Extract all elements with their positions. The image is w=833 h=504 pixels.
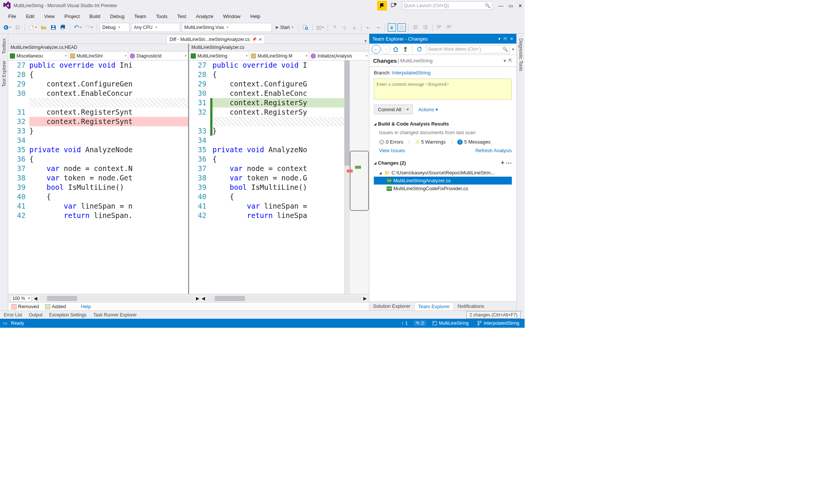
scroll-right-arrow[interactable]: ▶ — [196, 296, 199, 301]
step-into-button[interactable] — [331, 23, 339, 32]
minimize-button[interactable]: — — [498, 3, 503, 9]
solution-explorer-tab[interactable]: Solution Explorer — [369, 302, 414, 310]
menu-view[interactable]: View — [39, 12, 59, 20]
status-layout-icon[interactable]: ▭ — [3, 321, 7, 326]
status-branch[interactable]: InterpolatedString — [475, 321, 522, 326]
tab-overflow-icon[interactable]: ▾ — [362, 38, 369, 44]
status-repo[interactable]: MultiLineString — [430, 321, 471, 326]
new-project-button[interactable] — [27, 23, 38, 32]
scroll-left-arrow-2[interactable]: ◀ — [202, 296, 205, 301]
view-issues-link[interactable]: View Issues — [379, 148, 405, 153]
tree-folder[interactable]: ◢ 📁 C:\Users\kaseyu\Source\Repos\MultiLi… — [374, 169, 512, 177]
build-results-header[interactable]: Build & Code Analysis Results — [374, 119, 512, 129]
right-class-combo[interactable]: MultiLineString.M — [249, 51, 310, 60]
te-popout-icon[interactable]: ⇱ — [508, 58, 513, 64]
te-search-input[interactable]: Search Work Items (Ctrl+') 🔍 — [426, 45, 510, 53]
te-search-dropdown[interactable]: ▾ — [512, 47, 514, 51]
menu-window[interactable]: Window — [218, 12, 245, 20]
left-class-combo[interactable]: MultiLineStrir — [68, 51, 129, 60]
left-member-combo[interactable]: DiagnosticId — [128, 51, 188, 60]
overview-ruler[interactable] — [344, 61, 369, 294]
overview-viewport[interactable] — [350, 151, 369, 211]
layout-btn-1[interactable]: ⫼ — [388, 23, 396, 32]
document-tab[interactable]: Diff - MultiLineStri...ineStringAnalyzer… — [166, 35, 265, 44]
exception-settings-tab[interactable]: Exception Settings — [49, 312, 86, 318]
platform-combo[interactable]: Any CPU — [131, 23, 180, 32]
status-unpushed[interactable]: ↑ 1 — [399, 321, 410, 326]
pin-icon[interactable]: ⊓ — [504, 36, 507, 41]
menu-test[interactable]: Test — [173, 12, 191, 20]
close-button[interactable]: ✕ — [518, 3, 522, 9]
actions-link[interactable]: Actions ▾ — [418, 107, 438, 112]
notifications-tab[interactable]: Notifications — [454, 302, 488, 310]
left-code-lines[interactable]: public override void Ini{ context.Config… — [29, 61, 188, 294]
te-title-dropdown[interactable]: ▾ — [504, 58, 506, 64]
indent-less-button[interactable] — [411, 23, 420, 32]
close-tab-icon[interactable]: × — [259, 36, 262, 42]
lock-layout-button[interactable] — [398, 23, 406, 32]
menu-analyze[interactable]: Analyze — [191, 12, 218, 20]
left-project-combo[interactable]: Miscellaneou — [8, 51, 68, 60]
zoom-combo[interactable]: 100 % — [11, 295, 32, 302]
te-connect-button[interactable] — [401, 45, 410, 54]
open-file-button[interactable] — [39, 23, 48, 32]
save-button[interactable] — [49, 23, 58, 32]
add-icon[interactable]: + — [501, 159, 504, 166]
error-list-tab[interactable]: Error List — [4, 312, 22, 318]
menu-help[interactable]: Help — [246, 12, 265, 20]
step-out-button[interactable] — [350, 23, 358, 32]
test-explorer-tab[interactable]: Test Explorer — [1, 58, 8, 90]
nav-forward-button[interactable] — [14, 23, 22, 32]
team-explorer-tab[interactable]: Team Explorer — [414, 302, 454, 310]
undo-button[interactable] — [73, 23, 83, 32]
prev-button[interactable]: ← — [364, 23, 372, 32]
notification-flag-icon[interactable] — [377, 1, 387, 11]
te-back-button[interactable]: ← — [372, 45, 381, 54]
nav-back-button[interactable] — [2, 23, 12, 32]
te-home-button[interactable] — [391, 45, 400, 54]
right-member-combo[interactable]: Initialize(Analysis — [309, 51, 369, 60]
menu-build[interactable]: Build — [85, 12, 105, 20]
find-in-files-button[interactable] — [301, 23, 310, 32]
refresh-analysis-link[interactable]: Refresh Analysis — [475, 148, 512, 153]
menu-tools[interactable]: Tools — [152, 12, 172, 20]
more-icon[interactable]: ⋯ — [506, 159, 512, 166]
commit-all-button[interactable]: Commit All ▾ — [374, 104, 413, 114]
menu-file[interactable]: File — [4, 12, 21, 20]
right-code-lines[interactable]: public override void I{ context.Configur… — [212, 61, 344, 294]
feedback-icon[interactable] — [388, 2, 399, 10]
dropdown-icon[interactable]: ▾ — [498, 36, 501, 41]
te-forward-button[interactable]: → — [381, 45, 390, 54]
tree-file-2[interactable]: C# MultiLineStringCodeFixProvider.cs — [374, 185, 512, 192]
left-hscroll[interactable] — [39, 296, 194, 301]
quick-launch-input[interactable]: Quick Launch (Ctrl+Q) 🔍 — [402, 2, 492, 10]
next-button[interactable]: → — [374, 23, 382, 32]
changes-header[interactable]: Changes (2) + ⋯ — [374, 157, 512, 169]
status-pending-changes[interactable]: ✎ 2 — [414, 321, 426, 326]
menu-project[interactable]: Project — [60, 12, 84, 20]
commit-dropdown-icon[interactable]: ▾ — [404, 107, 409, 111]
uncomment-button[interactable] — [445, 23, 453, 32]
menu-edit[interactable]: Edit — [21, 12, 39, 20]
right-hscroll[interactable] — [207, 296, 361, 301]
step-over-button[interactable] — [340, 23, 349, 32]
config-combo[interactable]: Debug — [100, 23, 130, 32]
start-debug-button[interactable]: ▶Start — [273, 23, 296, 32]
menu-debug[interactable]: Debug — [106, 12, 129, 20]
scroll-left-arrow[interactable]: ◀ — [34, 296, 37, 301]
save-all-button[interactable] — [59, 23, 67, 32]
legend-help-link[interactable]: Help — [81, 304, 91, 309]
close-panel-icon[interactable]: ✕ — [510, 36, 513, 41]
menu-team[interactable]: Team — [130, 12, 151, 20]
right-code-area[interactable]: 27282930313233343536373839404142 public … — [189, 61, 369, 294]
branch-link[interactable]: InterpolatedString — [392, 70, 431, 76]
tree-file-1[interactable]: C# MultiLineStringAnalyzer.cs — [374, 177, 512, 185]
scroll-right-arrow-2[interactable]: ▶ — [363, 296, 367, 301]
task-runner-tab[interactable]: Task Runner Explorer — [93, 312, 137, 318]
indent-more-button[interactable] — [421, 23, 429, 32]
toolbox-tab[interactable]: Toolbox — [1, 35, 8, 57]
commit-message-input[interactable] — [374, 79, 512, 100]
process-combo[interactable]: ▯▯ — [315, 23, 325, 32]
comment-button[interactable] — [435, 23, 443, 32]
output-tab[interactable]: Output — [29, 312, 42, 318]
